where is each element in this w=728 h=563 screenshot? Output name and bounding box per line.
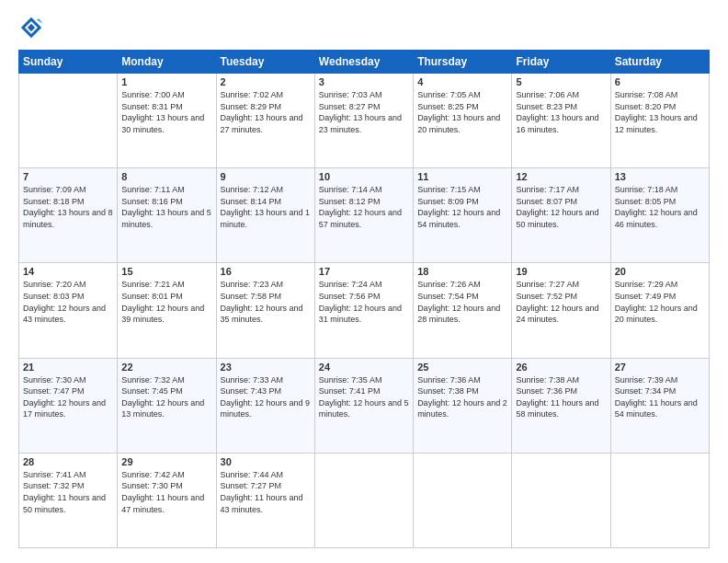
calendar-cell: 18 Sunrise: 7:26 AM Sunset: 7:54 PM Dayl…: [414, 263, 512, 358]
day-number: 15: [121, 266, 211, 277]
sunset-text: Sunset: 7:54 PM: [417, 291, 507, 303]
sunset-text: Sunset: 8:29 PM: [221, 101, 311, 113]
sunset-text: Sunset: 7:30 PM: [121, 480, 211, 492]
sunset-text: Sunset: 8:14 PM: [221, 196, 311, 208]
calendar-cell: 6 Sunrise: 7:08 AM Sunset: 8:20 PM Dayli…: [610, 74, 709, 168]
daylight-text: Daylight: 11 hours and 47 minutes.: [121, 492, 211, 515]
daylight-text: Daylight: 12 hours and 13 minutes.: [121, 397, 211, 420]
sunrise-text: Sunrise: 7:32 AM: [121, 374, 211, 386]
sunrise-text: Sunrise: 7:08 AM: [615, 89, 705, 101]
day-number: 2: [221, 76, 311, 87]
sunset-text: Sunset: 7:41 PM: [319, 385, 409, 397]
sunrise-text: Sunrise: 7:41 AM: [23, 469, 113, 481]
daylight-text: Daylight: 13 hours and 23 minutes.: [319, 112, 409, 135]
sunset-text: Sunset: 7:38 PM: [417, 385, 507, 397]
calendar-cell: 30 Sunrise: 7:44 AM Sunset: 7:27 PM Dayl…: [216, 453, 314, 547]
calendar-cell: 26 Sunrise: 7:38 AM Sunset: 7:36 PM Dayl…: [512, 358, 610, 453]
sunrise-text: Sunrise: 7:21 AM: [121, 279, 211, 291]
sunset-text: Sunset: 8:12 PM: [319, 196, 409, 208]
cell-info: Sunrise: 7:11 AM Sunset: 8:16 PM Dayligh…: [121, 184, 211, 230]
sunrise-text: Sunrise: 7:36 AM: [417, 374, 507, 386]
calendar-week-3: 14 Sunrise: 7:20 AM Sunset: 8:03 PM Dayl…: [19, 263, 710, 358]
weekday-header-saturday: Saturday: [610, 51, 709, 74]
calendar-cell: 15 Sunrise: 7:21 AM Sunset: 8:01 PM Dayl…: [118, 263, 216, 358]
calendar-cell: [610, 453, 709, 547]
day-number: 29: [121, 456, 211, 467]
sunset-text: Sunset: 8:31 PM: [121, 101, 211, 113]
sunset-text: Sunset: 8:16 PM: [121, 196, 211, 208]
daylight-text: Daylight: 12 hours and 57 minutes.: [319, 207, 409, 230]
day-number: 1: [121, 76, 211, 87]
cell-info: Sunrise: 7:29 AM Sunset: 7:49 PM Dayligh…: [615, 279, 705, 325]
day-number: 14: [23, 266, 113, 277]
sunrise-text: Sunrise: 7:05 AM: [417, 89, 507, 101]
calendar-cell: 19 Sunrise: 7:27 AM Sunset: 7:52 PM Dayl…: [512, 263, 610, 358]
cell-info: Sunrise: 7:09 AM Sunset: 8:18 PM Dayligh…: [23, 184, 113, 230]
calendar-cell: 12 Sunrise: 7:17 AM Sunset: 8:07 PM Dayl…: [512, 168, 610, 263]
calendar-cell: 27 Sunrise: 7:39 AM Sunset: 7:34 PM Dayl…: [610, 358, 709, 453]
sunrise-text: Sunrise: 7:11 AM: [121, 184, 211, 196]
sunset-text: Sunset: 7:52 PM: [516, 291, 606, 303]
weekday-header-thursday: Thursday: [414, 51, 512, 74]
weekday-header-sunday: Sunday: [19, 51, 118, 74]
daylight-text: Daylight: 12 hours and 31 minutes.: [319, 303, 409, 326]
cell-info: Sunrise: 7:41 AM Sunset: 7:32 PM Dayligh…: [23, 469, 113, 515]
sunrise-text: Sunrise: 7:35 AM: [319, 374, 409, 386]
daylight-text: Daylight: 13 hours and 20 minutes.: [417, 112, 507, 135]
calendar-week-2: 7 Sunrise: 7:09 AM Sunset: 8:18 PM Dayli…: [19, 168, 710, 263]
calendar-cell: 9 Sunrise: 7:12 AM Sunset: 8:14 PM Dayli…: [216, 168, 314, 263]
sunrise-text: Sunrise: 7:38 AM: [516, 374, 606, 386]
sunrise-text: Sunrise: 7:06 AM: [516, 89, 606, 101]
cell-info: Sunrise: 7:06 AM Sunset: 8:23 PM Dayligh…: [516, 89, 606, 135]
sunrise-text: Sunrise: 7:09 AM: [23, 184, 113, 196]
weekday-header-tuesday: Tuesday: [216, 51, 314, 74]
calendar-cell: [512, 453, 610, 547]
sunset-text: Sunset: 7:47 PM: [23, 385, 113, 397]
sunrise-text: Sunrise: 7:33 AM: [221, 374, 311, 386]
day-number: 4: [417, 76, 507, 87]
day-number: 23: [221, 362, 311, 373]
day-number: 27: [615, 362, 705, 373]
daylight-text: Daylight: 11 hours and 54 minutes.: [615, 397, 705, 420]
sunrise-text: Sunrise: 7:27 AM: [516, 279, 606, 291]
daylight-text: Daylight: 11 hours and 58 minutes.: [516, 397, 606, 420]
sunrise-text: Sunrise: 7:30 AM: [23, 374, 113, 386]
cell-info: Sunrise: 7:18 AM Sunset: 8:05 PM Dayligh…: [615, 184, 705, 230]
calendar-week-4: 21 Sunrise: 7:30 AM Sunset: 7:47 PM Dayl…: [19, 358, 710, 453]
cell-info: Sunrise: 7:42 AM Sunset: 7:30 PM Dayligh…: [121, 469, 211, 515]
cell-info: Sunrise: 7:08 AM Sunset: 8:20 PM Dayligh…: [615, 89, 705, 135]
calendar-cell: 1 Sunrise: 7:00 AM Sunset: 8:31 PM Dayli…: [118, 74, 216, 168]
day-number: 19: [516, 266, 606, 277]
sunrise-text: Sunrise: 7:44 AM: [221, 469, 311, 481]
sunrise-text: Sunrise: 7:26 AM: [417, 279, 507, 291]
sunrise-text: Sunrise: 7:24 AM: [319, 279, 409, 291]
daylight-text: Daylight: 13 hours and 27 minutes.: [221, 112, 311, 135]
sunset-text: Sunset: 8:09 PM: [417, 196, 507, 208]
sunrise-text: Sunrise: 7:02 AM: [221, 89, 311, 101]
weekday-header-monday: Monday: [118, 51, 216, 74]
calendar-cell: 14 Sunrise: 7:20 AM Sunset: 8:03 PM Dayl…: [19, 263, 118, 358]
sunrise-text: Sunrise: 7:14 AM: [319, 184, 409, 196]
sunrise-text: Sunrise: 7:23 AM: [221, 279, 311, 291]
sunrise-text: Sunrise: 7:20 AM: [23, 279, 113, 291]
calendar-cell: 25 Sunrise: 7:36 AM Sunset: 7:38 PM Dayl…: [414, 358, 512, 453]
sunrise-text: Sunrise: 7:18 AM: [615, 184, 705, 196]
calendar-cell: 13 Sunrise: 7:18 AM Sunset: 8:05 PM Dayl…: [610, 168, 709, 263]
cell-info: Sunrise: 7:05 AM Sunset: 8:25 PM Dayligh…: [417, 89, 507, 135]
cell-info: Sunrise: 7:17 AM Sunset: 8:07 PM Dayligh…: [516, 184, 606, 230]
sunset-text: Sunset: 7:58 PM: [221, 291, 311, 303]
calendar-cell: 21 Sunrise: 7:30 AM Sunset: 7:47 PM Dayl…: [19, 358, 118, 453]
sunset-text: Sunset: 8:18 PM: [23, 196, 113, 208]
cell-info: Sunrise: 7:44 AM Sunset: 7:27 PM Dayligh…: [221, 469, 311, 515]
calendar-cell: [19, 74, 118, 168]
cell-info: Sunrise: 7:33 AM Sunset: 7:43 PM Dayligh…: [221, 374, 311, 420]
logo-icon: [18, 15, 44, 40]
day-number: 8: [121, 171, 211, 182]
day-number: 22: [121, 362, 211, 373]
sunset-text: Sunset: 7:56 PM: [319, 291, 409, 303]
day-number: 26: [516, 362, 606, 373]
calendar-cell: 16 Sunrise: 7:23 AM Sunset: 7:58 PM Dayl…: [216, 263, 314, 358]
calendar-cell: 2 Sunrise: 7:02 AM Sunset: 8:29 PM Dayli…: [216, 74, 314, 168]
svg-marker-3: [37, 18, 43, 24]
cell-info: Sunrise: 7:21 AM Sunset: 8:01 PM Dayligh…: [121, 279, 211, 325]
